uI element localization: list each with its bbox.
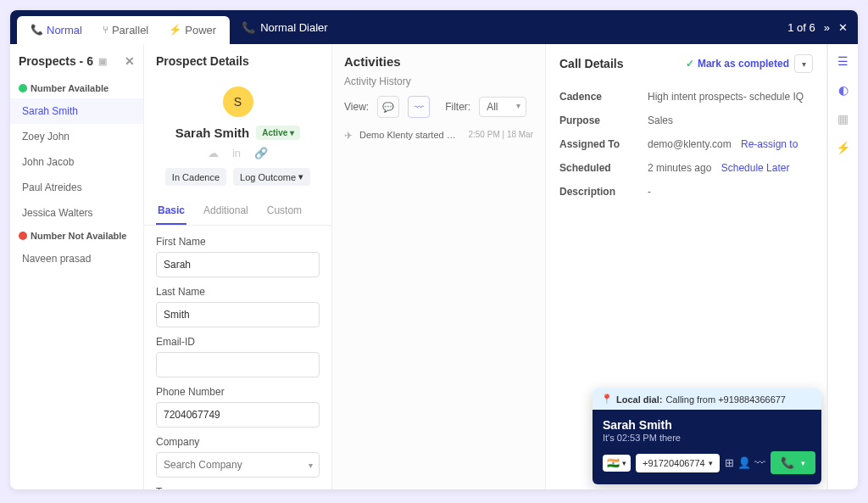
prospect-item[interactable]: Naveen prasad: [10, 246, 143, 271]
scheduled-value: 2 minutes ago: [648, 162, 711, 174]
completed-dropdown[interactable]: ▾: [794, 54, 813, 73]
rail-list-icon[interactable]: ☰: [837, 54, 849, 68]
view-chat-button[interactable]: 💬: [377, 96, 399, 118]
activity-item: ✈ Demo Klenty started Sarah Smit... 2:50…: [344, 130, 533, 142]
mark-completed-button[interactable]: ✓ Mark as completed: [686, 58, 789, 70]
assigned-to-value: demo@klenty.com: [648, 138, 732, 150]
mode-tab-group: 📞 Normal ⑂ Parallel ⚡ Power: [17, 16, 230, 44]
details-title: Prospect Details: [144, 44, 331, 78]
dialpad-icon[interactable]: ⊞: [725, 456, 734, 469]
right-rail: ☰ ◐ ▦ ⚡: [827, 44, 858, 489]
filter-label: Filter:: [445, 101, 470, 113]
cloud-icon[interactable]: ☁: [208, 147, 219, 159]
prospect-item[interactable]: John Jacob: [10, 149, 143, 175]
chevron-down-icon: ▾: [298, 171, 303, 182]
linkedin-icon[interactable]: in: [232, 147, 241, 159]
chevron-down-icon: ▾: [622, 459, 626, 467]
avatar: S: [223, 87, 253, 117]
view-pulse-button[interactable]: 〰: [408, 96, 430, 118]
call-widget-name: Sarah Smith: [603, 418, 811, 432]
tab-normal[interactable]: 📞 Normal: [22, 20, 91, 41]
tab-parallel[interactable]: ⑂ Parallel: [94, 20, 157, 41]
description-label: Description: [559, 186, 648, 198]
activity-text: Demo Klenty started Sarah Smit...: [359, 130, 461, 140]
call-button[interactable]: 📞 ▾: [771, 451, 815, 474]
phone-icon: 📞: [781, 456, 794, 469]
purpose-label: Purpose: [559, 115, 648, 126]
filter-select[interactable]: All: [479, 97, 526, 117]
prospect-item[interactable]: Paul Atreides: [10, 175, 143, 200]
dialer-text: Normal Dialer: [260, 21, 327, 34]
prospects-title: Prospects - 6: [19, 54, 93, 68]
phone-number-text: +91720406774: [643, 458, 705, 468]
check-icon: ✓: [686, 58, 694, 70]
call-widget-time: It's 02:53 PM there: [603, 433, 811, 443]
flag-icon: 🇮🇳: [607, 457, 620, 469]
tab-label: Parallel: [112, 24, 148, 36]
country-select[interactable]: 🇮🇳 ▾: [603, 455, 631, 472]
link-icon[interactable]: 🔗: [254, 147, 268, 159]
in-cadence-badge: In Cadence: [165, 168, 226, 186]
call-widget: 📍 Local dial: Calling from +919884366677…: [593, 388, 821, 484]
first-name-label: First Name: [156, 236, 320, 248]
last-name-input[interactable]: [156, 302, 320, 327]
company-select[interactable]: [156, 452, 320, 478]
subtab-custom[interactable]: Custom: [265, 198, 303, 225]
call-details-panel: Call Details ✓ Mark as completed ▾ Caden…: [546, 44, 827, 489]
rail-bolt-icon[interactable]: ⚡: [836, 141, 850, 154]
activities-title: Activities: [344, 54, 533, 69]
phone-icon: 📞: [242, 21, 255, 34]
cadence-label: Cadence: [559, 91, 648, 103]
prospect-item[interactable]: Zoey John: [10, 124, 143, 149]
status-pill[interactable]: Active ▾: [256, 126, 300, 140]
forward-icon[interactable]: »: [824, 21, 830, 34]
call-counter: 1 of 6: [787, 21, 815, 34]
chevron-down-icon: ▾: [309, 461, 313, 470]
subtab-additional[interactable]: Additional: [202, 198, 250, 225]
close-prospects-icon[interactable]: ✕: [125, 54, 135, 68]
local-dial-banner: 📍 Local dial: Calling from +919884366677: [593, 388, 821, 410]
activity-time: 2:50 PM | 18 Mar: [468, 130, 533, 139]
chevron-down-icon: ▾: [801, 459, 805, 467]
red-dot-icon: [19, 232, 27, 240]
reassign-link[interactable]: Re-assign to: [741, 138, 798, 150]
chevron-down-icon: ▾: [290, 128, 294, 137]
email-input[interactable]: [156, 352, 320, 377]
local-dial-prefix: Local dial:: [616, 394, 662, 405]
chevron-down-icon: ▾: [709, 459, 713, 467]
phone-number-select[interactable]: +91720406774 ▾: [636, 454, 720, 472]
assigned-to-label: Assigned To: [559, 138, 648, 150]
schedule-later-link[interactable]: Schedule Later: [721, 162, 790, 174]
rail-note-icon[interactable]: ▦: [837, 112, 849, 126]
prospect-name: Sarah Smith: [175, 126, 250, 140]
green-dot-icon: [19, 84, 27, 92]
pulse-icon[interactable]: 〰: [754, 456, 765, 469]
tab-label: Power: [185, 24, 216, 36]
close-icon[interactable]: ✕: [838, 21, 848, 34]
person-icon[interactable]: 👤: [737, 456, 751, 469]
activities-panel: Activities Activity History View: 💬 〰 Fi…: [332, 44, 546, 489]
last-name-label: Last Name: [156, 286, 320, 298]
prospect-item[interactable]: Jessica Walters: [10, 200, 143, 226]
description-value: -: [648, 186, 813, 198]
mark-completed-label: Mark as completed: [698, 58, 789, 70]
scheduled-label: Scheduled: [559, 162, 648, 174]
call-details-title: Call Details: [559, 57, 623, 70]
email-label: Email-ID: [156, 336, 320, 348]
prospects-panel: Prospects - 6 ▣ ✕ Number Available Sarah…: [10, 44, 144, 489]
stack-icon[interactable]: ▣: [98, 56, 107, 67]
local-dial-text: Calling from +919884366677: [665, 394, 786, 405]
first-name-input[interactable]: [156, 252, 320, 277]
log-outcome-label: Log Outcome: [240, 172, 296, 182]
prospect-item[interactable]: Sarah Smith: [10, 98, 143, 124]
tab-power[interactable]: ⚡ Power: [160, 20, 225, 41]
unavailable-label: Number Not Available: [31, 231, 127, 241]
rail-clock-icon[interactable]: ◐: [838, 83, 849, 97]
subtab-basic[interactable]: Basic: [156, 198, 186, 225]
tags-label: Tags: [156, 486, 320, 489]
view-label: View:: [344, 101, 369, 113]
tab-label: Normal: [47, 24, 82, 36]
purpose-value: Sales: [648, 115, 813, 126]
phone-input[interactable]: [156, 402, 320, 428]
log-outcome-button[interactable]: Log Outcome ▾: [233, 168, 310, 186]
